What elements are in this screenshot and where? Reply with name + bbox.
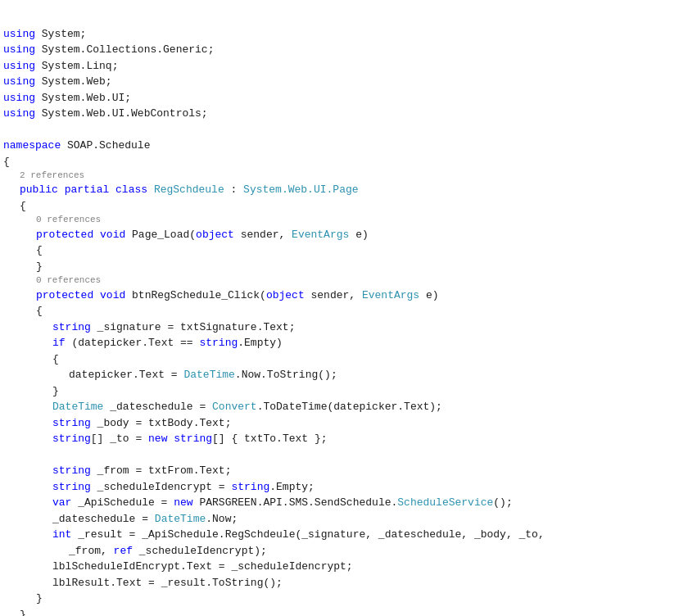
token: object xyxy=(196,227,234,243)
token xyxy=(147,182,154,198)
code-line: { xyxy=(0,198,688,215)
code-line: using System.Linq; xyxy=(0,58,688,75)
token: EventArgs xyxy=(362,288,419,304)
code-line: var _ApiSchedule = new PARSGREEN.API.SMS… xyxy=(0,495,688,511)
code-line: using System.Collections.Generic; xyxy=(0,42,688,58)
token: string xyxy=(52,415,91,432)
code-editor: using System;using System.Collections.Ge… xyxy=(0,7,688,616)
token: public xyxy=(20,182,58,198)
code-line: protected void btnRegSchedule_Click(obje… xyxy=(0,288,688,304)
token: } xyxy=(20,607,26,616)
token: datepicker.Text = xyxy=(69,367,183,383)
ref-comment-line: 0 references xyxy=(0,274,688,287)
token: . xyxy=(110,575,116,591)
token: if xyxy=(52,335,66,351)
token: void xyxy=(100,288,125,304)
token: { xyxy=(3,154,10,170)
token: .Now; xyxy=(206,511,238,528)
token: = _result.ToString(); xyxy=(142,575,283,591)
token: System; xyxy=(35,26,86,43)
token: using xyxy=(3,106,35,122)
code-line: string _from = txtFrom.Text; xyxy=(0,463,688,479)
code-line: protected void Page_Load(object sender, … xyxy=(0,227,688,243)
token: { xyxy=(36,242,43,259)
token: string xyxy=(52,479,91,496)
token: DateTime xyxy=(183,367,234,383)
token: .Empty; xyxy=(269,479,315,496)
token: System.Web; xyxy=(35,74,112,90)
token: using xyxy=(3,26,35,43)
token: Result xyxy=(71,575,110,591)
code-line: int _result = _ApiSchedule.RegSchdeule(_… xyxy=(0,527,688,543)
token: RegSchdeule xyxy=(154,182,224,198)
code-line: { xyxy=(0,154,688,170)
token: e) xyxy=(349,227,368,243)
token: [] { txtTo.Text }; xyxy=(212,431,327,447)
token: DateTime xyxy=(155,511,206,528)
code-line: lblScheduleIdEncrypt.Text = _scheduleIde… xyxy=(0,559,688,575)
code-line: lblResult.Text = _result.ToString(); xyxy=(0,575,688,591)
code-line: { xyxy=(0,351,688,368)
token: _from, xyxy=(69,543,114,559)
token: .ToDateTime(datepicker.Text); xyxy=(257,399,442,415)
code-line: namespace SOAP.Schedule xyxy=(0,138,688,154)
code-line: if (datepicker.Text == string.Empty) xyxy=(0,335,688,351)
code-line: { xyxy=(0,303,688,319)
token: .Now.ToString(); xyxy=(235,367,337,383)
token xyxy=(109,182,115,198)
token: string xyxy=(199,335,238,351)
code-line: _dateschedule = DateTime.Now; xyxy=(0,511,688,528)
token: using xyxy=(3,90,35,106)
token: e) xyxy=(419,288,438,304)
token: _scheduleIdencrypt); xyxy=(133,543,267,559)
token: { xyxy=(36,303,43,319)
token: lbl xyxy=(52,575,71,591)
code-line: { xyxy=(0,242,688,259)
token: btnRegSchedule_Click( xyxy=(125,288,266,304)
code-line: public partial class RegSchdeule : Syste… xyxy=(0,182,688,198)
token: int xyxy=(52,527,71,543)
token xyxy=(93,227,100,243)
ref-comment-line: 2 references xyxy=(0,170,688,182)
token: using xyxy=(3,74,35,90)
token: protected xyxy=(36,227,93,243)
token: (); xyxy=(493,495,512,511)
token: _body = txtBody.Text; xyxy=(91,415,232,432)
token: _signature = txtSignature.Text; xyxy=(91,319,296,336)
token: } xyxy=(36,591,43,607)
token: (datepicker.Text == xyxy=(66,335,200,351)
token: void xyxy=(100,227,125,243)
token: System.Web.UI; xyxy=(35,90,131,106)
token: Page_Load( xyxy=(125,227,196,243)
token: Text xyxy=(116,575,142,591)
token: _scheduleIdencrypt = xyxy=(91,479,232,496)
token: protected xyxy=(36,288,93,304)
token: PARSGREEN.API.SMS.SendSchedule. xyxy=(193,495,398,511)
token: using xyxy=(3,58,35,75)
code-line: DateTime _dateschedule = Convert.ToDateT… xyxy=(0,399,688,415)
token: } xyxy=(36,259,43,275)
token: .Empty) xyxy=(238,335,283,351)
token: using xyxy=(3,42,35,58)
token xyxy=(58,182,65,198)
token: string xyxy=(52,319,91,336)
token: System.Linq; xyxy=(35,58,118,75)
token: } xyxy=(52,383,59,400)
token: EventArgs xyxy=(292,227,349,243)
code-line: string[] _to = new string[] { txtTo.Text… xyxy=(0,431,688,447)
token: _ApiSchedule = xyxy=(71,495,174,511)
token xyxy=(93,288,100,304)
token: System.Collections.Generic; xyxy=(35,42,214,58)
code-line: } xyxy=(0,591,688,607)
token: System.Web.UI.Page xyxy=(243,182,358,198)
token: string xyxy=(52,431,91,447)
token: : xyxy=(224,182,243,198)
token: _dateschedule = xyxy=(103,399,212,415)
token xyxy=(167,431,174,447)
token: string xyxy=(231,479,269,496)
token: [] _to = xyxy=(91,431,148,447)
token: ScheduleService xyxy=(397,495,493,511)
code-line xyxy=(0,122,688,138)
code-line: using System.Web; xyxy=(0,74,688,90)
code-line: using System; xyxy=(0,26,688,43)
